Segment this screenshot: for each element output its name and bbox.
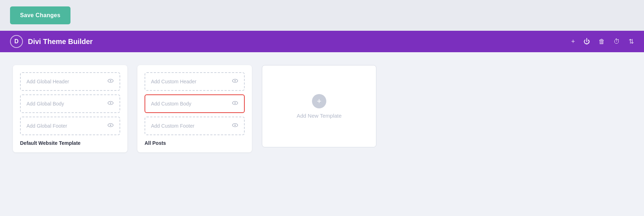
- svg-point-11: [234, 124, 236, 126]
- save-changes-button[interactable]: Save Changes: [10, 6, 70, 24]
- divi-logo: D: [10, 35, 23, 48]
- eye-icon-global-body[interactable]: [107, 100, 114, 108]
- eye-icon-global-footer[interactable]: [107, 122, 114, 130]
- section-label-custom-body: Add Custom Body: [151, 101, 191, 107]
- eye-icon-custom-header[interactable]: [232, 78, 238, 85]
- section-label-global-header: Add Global Header: [26, 79, 69, 84]
- template-name-default-website: Default Website Template: [20, 140, 120, 146]
- header-left: D Divi Theme Builder: [10, 35, 93, 48]
- add-new-plus-icon: +: [312, 94, 326, 108]
- svg-point-5: [110, 124, 111, 126]
- section-label-custom-footer: Add Custom Footer: [151, 123, 194, 129]
- svg-point-7: [234, 80, 236, 82]
- section-custom-footer[interactable]: Add Custom Footer: [145, 117, 245, 135]
- template-name-all-posts: All Posts: [145, 140, 245, 146]
- template-card-all-posts: Add Custom HeaderAdd Custom BodyAdd Cust…: [137, 65, 252, 152]
- clock-icon[interactable]: ⏱: [614, 38, 620, 45]
- main-content: Add Global HeaderAdd Global BodyAdd Glob…: [0, 52, 644, 216]
- section-global-header[interactable]: Add Global Header: [20, 72, 120, 91]
- settings-icon[interactable]: ⇅: [629, 38, 634, 45]
- section-custom-body[interactable]: Add Custom Body: [145, 94, 245, 113]
- plus-icon[interactable]: +: [571, 38, 575, 45]
- eye-icon-global-header[interactable]: [107, 78, 114, 85]
- section-label-global-body: Add Global Body: [26, 101, 64, 107]
- add-new-template-card[interactable]: + Add New Template: [262, 65, 376, 147]
- header-title: Divi Theme Builder: [28, 38, 93, 46]
- svg-point-3: [110, 102, 111, 104]
- template-card-default-website: Add Global HeaderAdd Global BodyAdd Glob…: [13, 65, 127, 152]
- theme-builder-header: D Divi Theme Builder + ⏻ 🗑 ⏱ ⇅: [0, 31, 644, 52]
- section-label-global-footer: Add Global Footer: [26, 123, 67, 129]
- section-global-body[interactable]: Add Global Body: [20, 94, 120, 113]
- add-new-label: Add New Template: [297, 113, 342, 119]
- top-bar: Save Changes: [0, 0, 644, 31]
- eye-icon-custom-footer[interactable]: [232, 122, 238, 130]
- header-actions: + ⏻ 🗑 ⏱ ⇅: [571, 38, 634, 45]
- svg-point-1: [110, 80, 111, 82]
- svg-point-9: [234, 102, 236, 104]
- templates-grid: Add Global HeaderAdd Global BodyAdd Glob…: [13, 65, 631, 152]
- power-icon[interactable]: ⏻: [584, 38, 590, 45]
- eye-icon-custom-body[interactable]: [232, 100, 238, 108]
- section-label-custom-header: Add Custom Header: [151, 79, 196, 84]
- trash-icon[interactable]: 🗑: [599, 38, 605, 45]
- section-custom-header[interactable]: Add Custom Header: [145, 72, 245, 91]
- section-global-footer[interactable]: Add Global Footer: [20, 117, 120, 135]
